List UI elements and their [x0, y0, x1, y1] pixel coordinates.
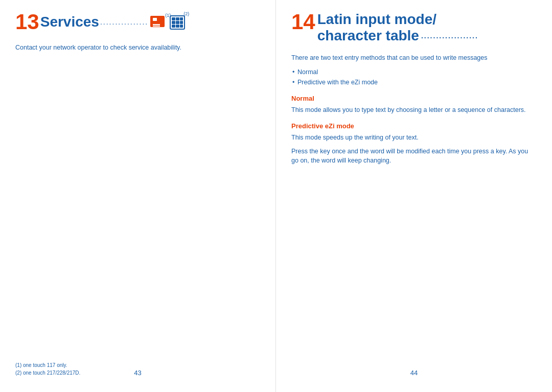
section-normal-text: This mode allows you to type text by cho…	[291, 105, 537, 115]
right-dots: ...................	[421, 32, 478, 40]
section-predictive-text1: This mode speeds up the writing of your …	[291, 133, 537, 143]
footnote-2: (2) one touch 217/228/217D.	[15, 369, 80, 377]
right-title-line2: character table ...................	[317, 28, 478, 44]
bullet-normal: Normal	[291, 67, 537, 77]
left-body-text: Contact your network operator to check s…	[15, 43, 260, 53]
right-intro-text: There are two text entry methods that ca…	[291, 53, 537, 63]
left-chapter-header: 13 Services ................ (1) (2)	[15, 11, 260, 33]
sim-icon	[150, 16, 165, 27]
grid-cell-3	[180, 17, 183, 20]
bullet-predictive: Predictive with the eZi mode	[291, 77, 537, 87]
right-page: 14 Latin input mode/ character table ...…	[276, 0, 552, 392]
dots-left: ................	[100, 18, 148, 26]
right-title-text1: Latin input mode/	[317, 11, 436, 28]
section-normal-heading: Normal	[291, 95, 537, 102]
grid-cell-1	[172, 17, 175, 20]
section-predictive-text2: Press the key once and the word will be …	[291, 147, 537, 166]
right-page-number: 44	[410, 369, 418, 377]
chapter-number-left: 13	[15, 11, 39, 33]
section-predictive-heading: Predictive eZi mode	[291, 122, 537, 130]
footnote-1: (1) one touch 117 only.	[15, 361, 67, 369]
grid-icon-sup: (2)	[183, 11, 189, 16]
right-chapter-header: 14 Latin input mode/ character table ...…	[291, 11, 537, 44]
grid-cell-5	[176, 21, 179, 24]
grid-cell-2	[176, 17, 179, 20]
grid-icon	[170, 15, 185, 30]
grid-cell-6	[180, 21, 183, 24]
left-page: 13 Services ................ (1) (2)	[0, 0, 276, 392]
right-title-text2: character table	[317, 28, 419, 44]
grid-cell-7	[172, 25, 175, 28]
left-page-number: 43	[134, 369, 141, 377]
grid-cell-4	[172, 21, 175, 24]
grid-cell-9	[180, 25, 183, 28]
right-title-block: Latin input mode/ character table ......…	[317, 11, 478, 44]
chapter-title-left: Services	[40, 14, 99, 30]
grid-cell-8	[176, 25, 179, 28]
right-title-line1: Latin input mode/	[317, 11, 478, 28]
chapter-number-right: 14	[291, 11, 315, 33]
